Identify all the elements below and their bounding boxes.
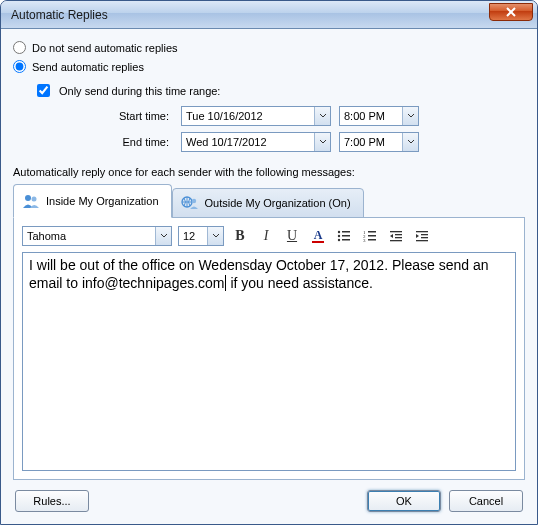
numbered-list-icon: 1 2 3 xyxy=(363,229,377,243)
svg-rect-25 xyxy=(416,240,428,241)
bullet-list-button[interactable] xyxy=(334,226,354,246)
chevron-down-icon xyxy=(402,107,418,125)
ok-button-label: OK xyxy=(396,495,412,507)
close-icon xyxy=(505,7,517,17)
svg-rect-23 xyxy=(421,234,428,235)
font-color-button[interactable]: A xyxy=(308,226,328,246)
tabs-row: Inside My Organization Outside My Organi… xyxy=(13,184,525,218)
chevron-down-icon xyxy=(314,133,330,151)
people-icon xyxy=(22,192,40,210)
start-date-value: Tue 10/16/2012 xyxy=(182,110,314,122)
svg-rect-24 xyxy=(421,237,428,238)
radio-dont-send-label: Do not send automatic replies xyxy=(32,42,178,54)
bullet-list-icon xyxy=(337,229,351,243)
start-time-value: 8:00 PM xyxy=(340,110,402,122)
svg-rect-22 xyxy=(416,231,428,232)
start-time-label: Start time: xyxy=(93,110,173,122)
chevron-down-icon xyxy=(207,227,223,245)
titlebar: Automatic Replies xyxy=(1,1,537,29)
chevron-down-icon xyxy=(155,227,171,245)
svg-rect-5 xyxy=(312,241,324,243)
font-color-icon: A xyxy=(310,228,326,244)
svg-rect-18 xyxy=(390,231,402,232)
svg-rect-19 xyxy=(395,234,402,235)
radio-dont-send[interactable]: Do not send automatic replies xyxy=(13,41,525,54)
checkbox-time-range[interactable]: Only send during this time range: xyxy=(33,81,525,100)
svg-rect-15 xyxy=(368,235,376,237)
chevron-down-icon xyxy=(402,133,418,151)
text-cursor xyxy=(225,275,226,291)
tab-inside-org-label: Inside My Organization xyxy=(46,195,159,207)
font-family-value: Tahoma xyxy=(23,230,155,242)
svg-point-0 xyxy=(25,195,31,201)
italic-button[interactable]: I xyxy=(256,226,276,246)
start-time-dropdown[interactable]: 8:00 PM xyxy=(339,106,419,126)
underline-button[interactable]: U xyxy=(282,226,302,246)
radio-send[interactable]: Send automatic replies xyxy=(13,60,525,73)
bold-button[interactable]: B xyxy=(230,226,250,246)
message-editor[interactable]: I will be out of the office on Wedensday… xyxy=(22,252,516,471)
font-size-dropdown[interactable]: 12 xyxy=(178,226,224,246)
svg-rect-13 xyxy=(368,231,376,233)
svg-rect-9 xyxy=(342,235,350,237)
cancel-button[interactable]: Cancel xyxy=(449,490,523,512)
checkbox-time-range-input[interactable] xyxy=(37,84,50,97)
dialog-content: Do not send automatic replies Send autom… xyxy=(1,29,537,524)
svg-rect-11 xyxy=(342,239,350,241)
format-toolbar: Tahoma 12 B I U A xyxy=(22,226,516,246)
ok-button[interactable]: OK xyxy=(367,490,441,512)
tab-inside-org[interactable]: Inside My Organization xyxy=(13,184,172,218)
checkbox-time-range-label: Only send during this time range: xyxy=(59,85,220,97)
font-family-dropdown[interactable]: Tahoma xyxy=(22,226,172,246)
window-close-button[interactable] xyxy=(489,3,533,21)
end-date-dropdown[interactable]: Wed 10/17/2012 xyxy=(181,132,331,152)
svg-rect-17 xyxy=(368,239,376,241)
svg-text:3: 3 xyxy=(363,238,366,243)
radio-send-label: Send automatic replies xyxy=(32,61,144,73)
svg-rect-21 xyxy=(390,240,402,241)
radio-send-input[interactable] xyxy=(13,60,26,73)
radio-dont-send-input[interactable] xyxy=(13,41,26,54)
svg-point-6 xyxy=(338,231,340,233)
increase-indent-button[interactable] xyxy=(412,226,432,246)
dialog-button-row: Rules... OK Cancel xyxy=(13,480,525,514)
chevron-down-icon xyxy=(314,107,330,125)
tab-outside-org[interactable]: Outside My Organization (On) xyxy=(172,188,364,218)
time-range-grid: Start time: Tue 10/16/2012 8:00 PM End t… xyxy=(93,106,525,152)
svg-point-3 xyxy=(191,199,195,203)
rules-button[interactable]: Rules... xyxy=(15,490,89,512)
window-title: Automatic Replies xyxy=(11,8,489,22)
end-time-value: 7:00 PM xyxy=(340,136,402,148)
globe-people-icon xyxy=(181,194,199,212)
font-size-value: 12 xyxy=(179,230,207,242)
cancel-button-label: Cancel xyxy=(469,495,503,507)
start-date-dropdown[interactable]: Tue 10/16/2012 xyxy=(181,106,331,126)
svg-point-8 xyxy=(338,235,340,237)
increase-indent-icon xyxy=(415,229,429,243)
svg-point-1 xyxy=(32,197,37,202)
end-time-dropdown[interactable]: 7:00 PM xyxy=(339,132,419,152)
svg-point-10 xyxy=(338,239,340,241)
section-label: Automatically reply once for each sender… xyxy=(13,166,525,178)
message-text-part2: if you need assistance. xyxy=(227,275,373,291)
decrease-indent-icon xyxy=(389,229,403,243)
numbered-list-button[interactable]: 1 2 3 xyxy=(360,226,380,246)
automatic-replies-window: Automatic Replies Do not send automatic … xyxy=(0,0,538,525)
svg-text:A: A xyxy=(314,228,323,242)
decrease-indent-button[interactable] xyxy=(386,226,406,246)
rules-button-label: Rules... xyxy=(33,495,70,507)
end-date-value: Wed 10/17/2012 xyxy=(182,136,314,148)
svg-rect-20 xyxy=(395,237,402,238)
message-panel: Tahoma 12 B I U A xyxy=(13,217,525,480)
svg-rect-7 xyxy=(342,231,350,233)
tab-outside-org-label: Outside My Organization (On) xyxy=(205,197,351,209)
end-time-label: End time: xyxy=(93,136,173,148)
